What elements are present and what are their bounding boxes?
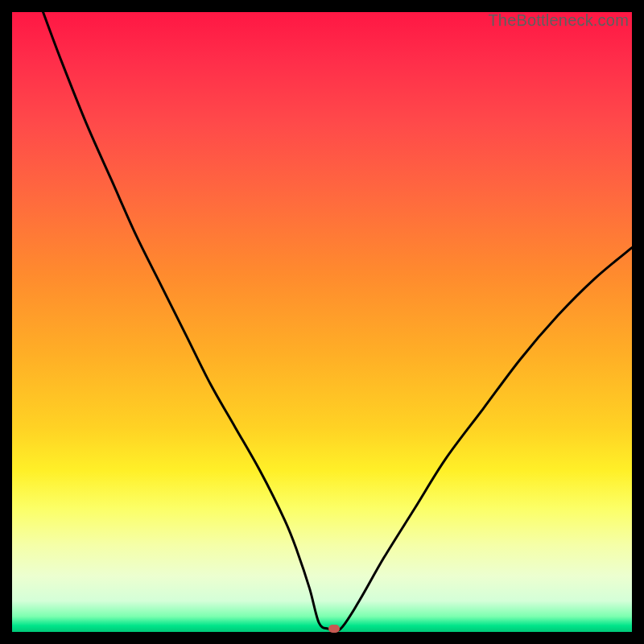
bottleneck-curve [12,12,632,632]
chart-plot-area: TheBottleneck.com [12,12,632,632]
chart-frame: TheBottleneck.com [0,0,644,644]
optimal-point-marker [328,625,340,633]
